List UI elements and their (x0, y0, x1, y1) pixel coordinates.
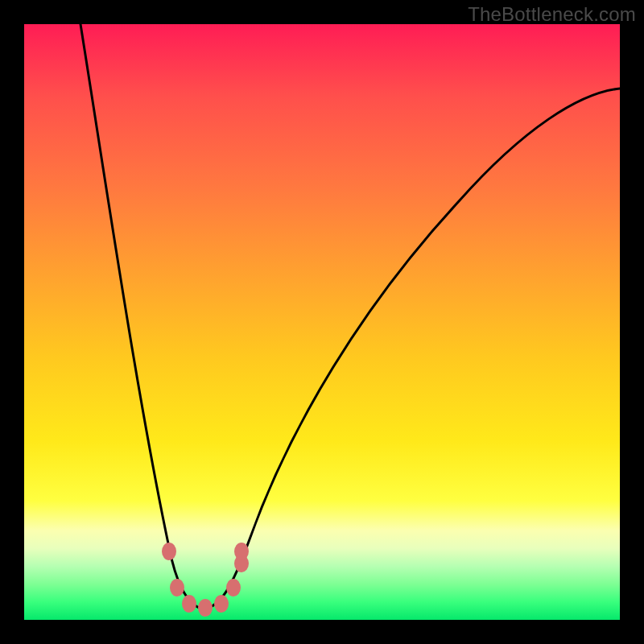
chart-plot-area (24, 24, 620, 620)
curve-marker-cluster (162, 543, 249, 617)
curve-marker-dot (198, 599, 213, 617)
bottleneck-curve-svg (24, 24, 620, 620)
curve-marker-dot (182, 595, 196, 613)
bottleneck-curve-path (80, 24, 620, 609)
curve-marker-dot (214, 595, 229, 613)
curve-marker-dot (226, 579, 241, 597)
curve-marker-dot (234, 543, 249, 560)
watermark-text: TheBottleneck.com (468, 3, 636, 26)
curve-marker-dot (162, 543, 176, 560)
curve-marker-dot (170, 579, 184, 597)
